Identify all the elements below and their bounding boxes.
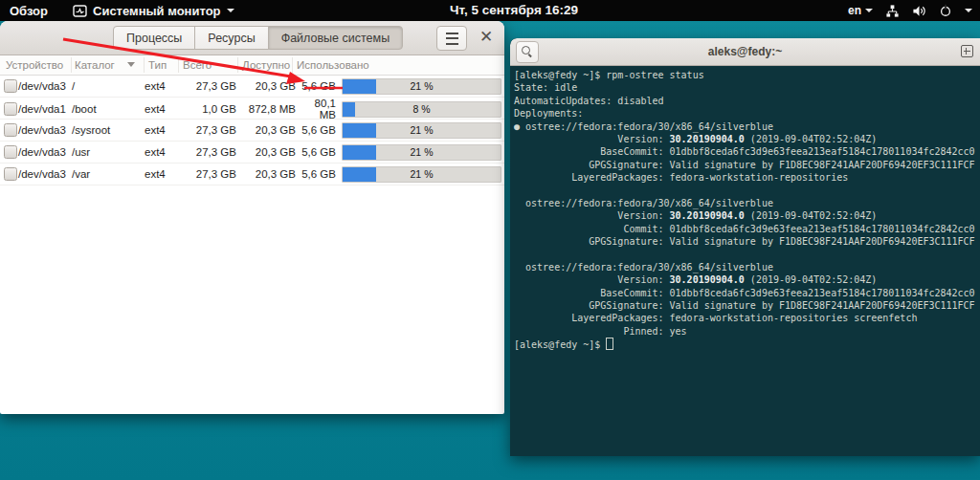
terminal-line: Commit: 01dbbf8ceda6fc3d9e63feea213eaf51… <box>514 223 980 235</box>
table-row[interactable]: /dev/vda3/varext427,3 GB20,3 GB5,6 GB21 … <box>0 164 504 185</box>
available-cell: 20,3 GB <box>236 168 296 180</box>
available-cell: 20,3 GB <box>236 124 296 136</box>
terminal-line: [aleks@fedy ~]$ rpm-ostree status <box>514 69 980 81</box>
chevron-down-icon <box>865 9 873 12</box>
terminal-line: GPGSignature: Valid signature by F1D8EC9… <box>514 159 980 171</box>
app-menu-label: Системный монитор <box>93 4 221 18</box>
power-icon <box>939 4 952 17</box>
app-menu-button[interactable]: Системный монитор <box>73 4 234 18</box>
top-bar: Обзор Системный монитор Чт, 5 сентября 1… <box>0 0 980 21</box>
keyboard-layout-label: en <box>848 4 861 17</box>
available-cell: 20,3 GB <box>236 146 296 158</box>
keyboard-layout-indicator[interactable]: en <box>848 4 873 17</box>
menu-button[interactable] <box>436 26 467 51</box>
tab-inactive[interactable]: Процессы <box>113 26 195 50</box>
table-row[interactable]: /dev/vda3/sysrootext427,3 GB20,3 GB5,6 G… <box>0 120 504 142</box>
terminal-line: GPGSignature: Valid signature by F1D8EC9… <box>514 235 980 248</box>
terminal-line: BaseCommit: 01dbbf8ceda6fc3d9e63feea213e… <box>514 145 980 158</box>
usage-percent-label: 8 % <box>343 102 501 117</box>
chevron-down-icon <box>965 9 972 12</box>
terminal-line <box>514 185 980 197</box>
search-icon <box>522 46 530 55</box>
tab-active[interactable]: Файловые системы <box>268 26 403 50</box>
total-cell: 27,3 GB <box>179 146 236 158</box>
tab-bar: ПроцессыРесурсыФайловые системы <box>113 26 403 50</box>
terminal-line: Version: 30.20190904.0 (2019-09-04T02:52… <box>514 209 980 222</box>
table-row[interactable]: /dev/vda3/usrext427,3 GB20,3 GB5,6 GB21 … <box>0 142 504 164</box>
usage-bar: 21 % <box>342 166 501 183</box>
type-cell: ext4 <box>145 103 179 115</box>
sort-indicator-icon <box>127 62 135 67</box>
used-cell: 5,6 GB <box>296 80 336 92</box>
column-header[interactable]: Устройство <box>6 55 63 75</box>
device-cell: /dev/vda3 <box>18 124 72 136</box>
terminal-line: ostree://fedora:fedora/30/x86_64/silverb… <box>514 197 980 209</box>
column-header[interactable]: Всего <box>183 55 212 75</box>
used-cell: 5,6 GB <box>296 168 336 180</box>
terminal-line: LayeredPackages: fedora-workstation-repo… <box>514 312 980 324</box>
total-cell: 27,3 GB <box>179 168 236 180</box>
directory-cell: /boot <box>72 103 145 115</box>
device-cell: /dev/vda3 <box>18 168 72 180</box>
usage-percent-label: 21 % <box>343 145 501 160</box>
clock[interactable]: Чт, 5 сентября 16:29 <box>450 0 578 21</box>
total-cell: 27,3 GB <box>179 80 236 92</box>
terminal-window: aleks@fedy:~ [aleks@fedy ~]$ rpm-ostree … <box>510 38 980 456</box>
terminal-line: GPGSignature: Valid signature by F1D8EC9… <box>514 299 980 312</box>
column-header[interactable]: Использовано <box>297 55 369 75</box>
close-button[interactable]: ✕ <box>476 25 497 50</box>
terminal-line: Version: 30.20190904.0 (2019-09-04T02:52… <box>514 133 980 145</box>
terminal-line: ostree://fedora:fedora/30/x86_64/silverb… <box>514 261 980 273</box>
usage-bar: 21 % <box>342 144 501 161</box>
column-header[interactable]: Каталог <box>75 55 115 75</box>
terminal-line <box>514 248 980 260</box>
usage-percent-label: 21 % <box>343 79 501 94</box>
drive-icon <box>4 102 17 116</box>
type-cell: ext4 <box>145 168 179 180</box>
device-cell: /dev/vda3 <box>18 146 72 158</box>
new-tab-button[interactable] <box>956 41 977 61</box>
usage-bar: 21 % <box>342 122 501 139</box>
system-monitor-app-icon <box>73 5 87 17</box>
terminal-line: BaseCommit: 01dbbf8ceda6fc3d9e63feea213e… <box>514 287 980 299</box>
column-header[interactable]: Доступно <box>242 55 290 75</box>
available-cell: 20,3 GB <box>236 80 296 92</box>
terminal-line: State: idle <box>514 81 980 94</box>
type-cell: ext4 <box>145 124 179 136</box>
directory-cell: / <box>72 80 145 92</box>
system-monitor-window: ПроцессыРесурсыФайловые системы ✕ Устрой… <box>0 21 504 414</box>
terminal-output[interactable]: [aleks@fedy ~]$ rpm-ostree statusState: … <box>510 66 980 456</box>
search-button[interactable] <box>516 41 539 63</box>
tab-inactive[interactable]: Ресурсы <box>194 26 268 50</box>
usage-percent-label: 21 % <box>343 167 501 182</box>
drive-icon <box>4 79 17 93</box>
available-cell: 872,8 MB <box>236 103 296 115</box>
usage-bar: 8 % <box>342 101 501 118</box>
network-wired-icon <box>885 4 900 18</box>
system-monitor-headerbar[interactable]: ПроцессыРесурсыФайловые системы ✕ <box>0 21 504 55</box>
used-cell: 5,6 GB <box>296 124 336 136</box>
drive-icon <box>4 167 17 181</box>
total-cell: 27,3 GB <box>179 124 236 136</box>
activities-button[interactable]: Обзор <box>0 4 57 18</box>
type-cell: ext4 <box>145 80 179 92</box>
directory-cell: /usr <box>72 146 145 158</box>
directory-cell: /var <box>72 168 145 180</box>
terminal-line: Version: 30.20190904.0 (2019-09-04T02:52… <box>514 273 980 286</box>
table-row[interactable]: /dev/vda3/ext427,3 GB20,3 GB5,6 GB21 % <box>0 76 504 98</box>
terminal-headerbar[interactable]: aleks@fedy:~ <box>510 38 980 66</box>
chevron-down-icon <box>227 9 234 12</box>
type-cell: ext4 <box>145 146 179 158</box>
used-cell: 5,6 GB <box>296 146 336 158</box>
drive-icon <box>4 123 17 137</box>
column-header[interactable]: Тип <box>148 55 167 75</box>
usage-percent-label: 21 % <box>343 123 501 138</box>
terminal-line: Pinned: yes <box>514 325 980 338</box>
table-header: УстройствоКаталогТипВсегоДоступноИспольз… <box>0 55 504 76</box>
terminal-line: Deployments: <box>514 107 980 120</box>
status-area[interactable]: en <box>848 0 972 21</box>
table-row[interactable]: /dev/vda1/bootext41,0 GB872,8 MB80,1 MB8… <box>0 98 504 120</box>
terminal-cursor <box>606 338 613 350</box>
directory-cell: /sysroot <box>72 124 145 136</box>
terminal-line: LayeredPackages: fedora-workstation-repo… <box>514 171 980 184</box>
